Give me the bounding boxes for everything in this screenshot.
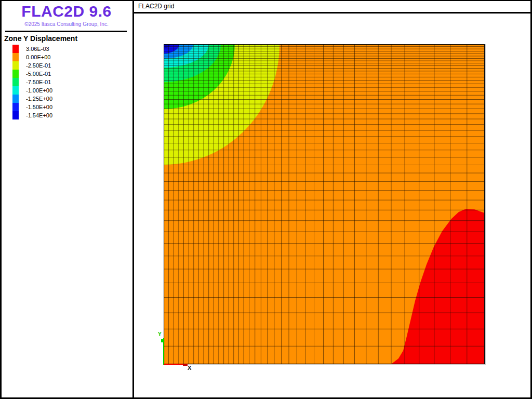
contour-legend: 3.06E-030.00E+00-2.50E-01-5.00E-01-7.50E… [12,45,52,119]
legend-swatch [12,53,19,61]
legend-entry: -5.00E-01 [12,70,52,78]
legend-value: -1.50E+00 [26,103,52,111]
window-border-top [0,0,532,1]
legend-swatch [12,111,19,119]
legend-entry: -2.50E-01 [12,61,52,70]
legend-value: -2.50E-01 [26,61,51,70]
x-axis-arrow-mark [183,364,188,366]
viewport-edge-bottom [164,364,486,365]
legend-value: 0.00E+00 [26,53,50,61]
legend-entry: -7.50E-01 [12,78,52,86]
copyright-text: ©2025 Itasca Consulting Group, Inc. [0,21,133,27]
legend-entry: 0.00E+00 [12,53,52,61]
legend-value: -1.00E+00 [26,86,52,95]
plot-title: FLAC2D grid [138,3,174,10]
window-border-left [0,0,2,399]
sidebar-panel-divider [132,0,134,399]
viewport-edge-right [485,44,486,365]
legend-entry: 3.06E-03 [12,45,52,53]
legend-value: -1.25E+00 [26,95,52,103]
y-axis-arrow-mark [161,339,164,342]
legend-swatch [12,61,19,70]
sidebar-divider [5,31,127,32]
app-title: FLAC2D 9.6 [0,3,133,20]
plot-title-underline [133,12,532,14]
legend-swatch [12,86,19,95]
legend-value: -1.54E+00 [26,111,52,119]
y-axis-label: Y [158,331,162,337]
x-axis-label: X [188,365,191,371]
legend-swatch [12,78,19,86]
legend-swatch [12,95,19,103]
legend-value: -5.00E-01 [26,70,51,78]
legend-entry: -1.50E+00 [12,103,52,111]
legend-swatch [12,45,19,53]
legend-value: -7.50E-01 [26,78,51,86]
legend-swatch [12,70,19,78]
legend-value: 3.06E-03 [26,45,49,53]
flac2d-window: FLAC2D 9.6 ©2025 Itasca Consulting Group… [0,0,532,399]
legend-swatch [12,103,19,111]
legend-entry: -1.00E+00 [12,86,52,95]
zone-displacement-plot[interactable] [164,44,485,364]
legend-title: Zone Y Displacement [4,34,77,43]
legend-entry: -1.25E+00 [12,95,52,103]
legend-entry: -1.54E+00 [12,111,52,119]
